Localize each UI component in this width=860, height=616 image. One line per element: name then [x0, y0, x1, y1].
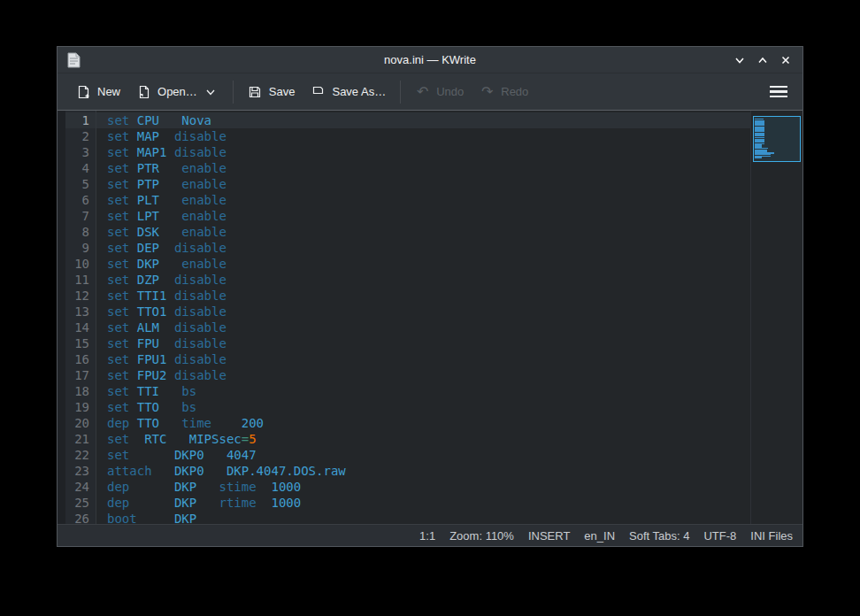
- code-line[interactable]: set TTI bs: [96, 383, 750, 399]
- code-line[interactable]: set FPU1 disable: [96, 351, 750, 367]
- status-input-mode[interactable]: INSERT: [528, 529, 570, 543]
- new-button[interactable]: New: [68, 79, 128, 104]
- scrollbar-minimap[interactable]: [750, 111, 802, 524]
- hamburger-menu-button[interactable]: [765, 81, 792, 104]
- line-number: 24: [65, 479, 96, 495]
- status-tab-mode[interactable]: Soft Tabs: 4: [629, 529, 689, 543]
- code-line[interactable]: set FPU disable: [96, 335, 750, 351]
- code-line[interactable]: set DZP disable: [96, 272, 750, 288]
- code-line[interactable]: set TTI1 disable: [96, 288, 750, 304]
- open-dropdown-arrow-icon[interactable]: [203, 84, 219, 99]
- code-line[interactable]: set DSK enable: [96, 224, 750, 240]
- code-line[interactable]: set FPU2 disable: [96, 367, 750, 383]
- save-button-label: Save: [269, 85, 296, 98]
- line-number: 17: [65, 367, 96, 383]
- line-number: 26: [65, 511, 96, 524]
- maximize-button[interactable]: [755, 52, 771, 68]
- line-number: 1: [65, 112, 96, 128]
- main-toolbar: New Open… Save: [58, 73, 802, 111]
- code-line[interactable]: dep DKP stime 1000: [96, 479, 750, 495]
- redo-button-label: Redo: [501, 85, 528, 98]
- open-button-label: Open…: [157, 85, 197, 98]
- line-number: 22: [65, 447, 96, 463]
- line-number: 3: [65, 144, 96, 160]
- code-line[interactable]: set TTO1 disable: [96, 304, 750, 320]
- minimize-button[interactable]: [732, 52, 748, 68]
- code-line[interactable]: set TTO bs: [96, 399, 750, 415]
- line-number: 9: [65, 240, 96, 256]
- undo-button-label: Undo: [436, 85, 464, 98]
- code-line[interactable]: set PTP enable: [96, 176, 750, 192]
- line-number: 10: [65, 256, 96, 272]
- line-number: 21: [65, 431, 96, 447]
- toolbar-separator: [400, 81, 401, 104]
- line-number: 6: [65, 192, 96, 208]
- code-line[interactable]: set DEP disable: [96, 240, 750, 256]
- code-line[interactable]: set RTC MIPSsec=5: [96, 431, 750, 447]
- line-number-gutter: 1234567891011121314151617181920212223242…: [65, 111, 96, 524]
- code-line[interactable]: dep DKP rtime 1000: [96, 495, 750, 511]
- line-number: 4: [65, 160, 96, 176]
- code-line[interactable]: set CPU Nova: [96, 112, 750, 128]
- code-line[interactable]: set PLT enable: [96, 192, 750, 208]
- toolbar-separator: [233, 81, 234, 104]
- code-line[interactable]: set DKP enable: [96, 256, 750, 272]
- save-as-icon: [311, 84, 326, 99]
- minimap-text-marks: [755, 119, 774, 158]
- line-number: 15: [65, 335, 96, 351]
- save-icon: [248, 84, 263, 99]
- status-dictionary[interactable]: en_IN: [584, 529, 615, 543]
- status-encoding[interactable]: UTF-8: [703, 529, 736, 543]
- code-line[interactable]: set MAP1 disable: [96, 144, 750, 160]
- code-line[interactable]: set MAP disable: [96, 128, 750, 144]
- line-number: 25: [65, 495, 96, 511]
- open-button[interactable]: Open…: [128, 79, 227, 104]
- code-line[interactable]: set PTR enable: [96, 160, 750, 176]
- title-bar: nova.ini — KWrite: [58, 47, 802, 73]
- code-line[interactable]: boot DKP: [96, 511, 750, 524]
- redo-button[interactable]: ↷ Redo: [472, 79, 536, 104]
- code-line[interactable]: set LPT enable: [96, 208, 750, 224]
- text-editor[interactable]: set CPU Novaset MAP disableset MAP1 disa…: [96, 111, 750, 524]
- line-number: 12: [65, 288, 96, 304]
- redo-icon: ↷: [480, 84, 495, 99]
- code-line[interactable]: attach DKP0 DKP.4047.DOS.raw: [96, 463, 750, 479]
- icon-border: [58, 111, 65, 524]
- line-number: 8: [65, 224, 96, 240]
- new-button-label: New: [97, 85, 120, 98]
- document-new-icon: [76, 84, 91, 99]
- status-file-type[interactable]: INI Files: [750, 529, 793, 543]
- close-button[interactable]: [778, 52, 794, 68]
- undo-icon: ↶: [415, 84, 430, 99]
- status-cursor-position[interactable]: 1:1: [419, 529, 435, 543]
- line-number: 7: [65, 208, 96, 224]
- line-number: 20: [65, 415, 96, 431]
- code-line[interactable]: set ALM disable: [96, 320, 750, 335]
- editor-area: 1234567891011121314151617181920212223242…: [58, 111, 802, 524]
- line-number: 19: [65, 399, 96, 415]
- line-number: 18: [65, 383, 96, 399]
- line-number: 11: [65, 272, 96, 288]
- document-open-icon: [136, 84, 151, 99]
- kwrite-window: nova.ini — KWrite New: [57, 46, 803, 547]
- save-as-button-label: Save As…: [332, 85, 386, 98]
- line-number: 13: [65, 304, 96, 320]
- status-bar: 1:1Zoom: 110%INSERTen_INSoft Tabs: 4UTF-…: [58, 524, 802, 546]
- undo-button[interactable]: ↶ Undo: [407, 79, 472, 104]
- status-zoom-level[interactable]: Zoom: 110%: [449, 529, 514, 543]
- code-line[interactable]: dep TTO time 200: [96, 415, 750, 431]
- code-line[interactable]: set DKP0 4047: [96, 447, 750, 463]
- window-title: nova.ini — KWrite: [58, 53, 802, 66]
- save-as-button[interactable]: Save As…: [303, 79, 394, 104]
- line-number: 16: [65, 351, 96, 367]
- line-number: 23: [65, 463, 96, 479]
- save-button[interactable]: Save: [240, 79, 303, 104]
- line-number: 2: [65, 128, 96, 144]
- line-number: 5: [65, 176, 96, 192]
- line-number: 14: [65, 320, 96, 335]
